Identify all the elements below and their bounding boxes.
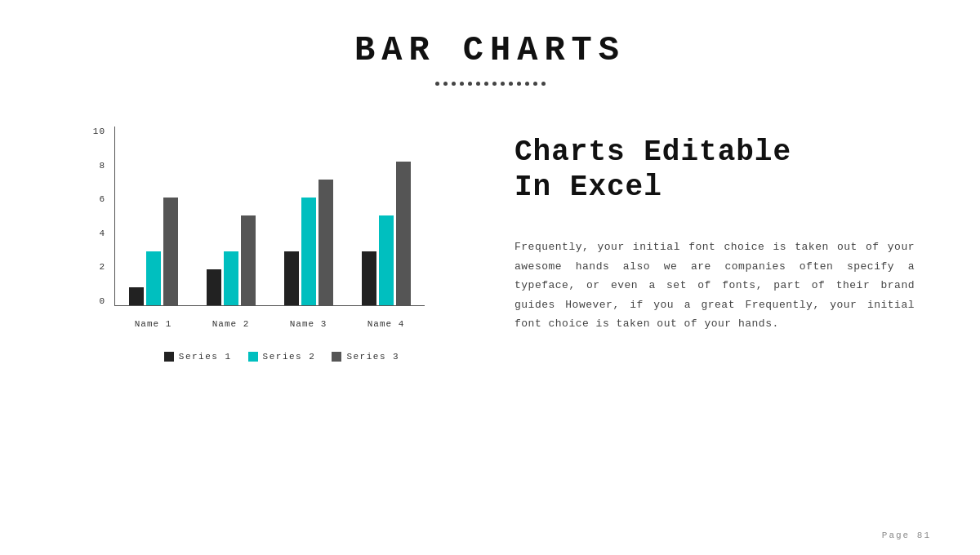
bar-series1 <box>284 251 299 305</box>
bar-series2 <box>379 215 394 305</box>
bar-series3 <box>163 198 178 305</box>
x-labels: Name 1Name 2Name 3Name 4 <box>114 310 425 339</box>
decorative-dot <box>435 82 439 86</box>
bar-series2 <box>146 251 161 305</box>
bar-series3 <box>318 180 333 305</box>
bar-group <box>193 215 270 305</box>
legend-label: Series 1 <box>179 352 232 362</box>
page-footer: Page 81 <box>882 531 931 540</box>
legend-item: Series 2 <box>248 352 316 362</box>
decorative-dot <box>509 82 513 86</box>
text-section: Charts Editable In Excel Frequently, you… <box>514 127 915 362</box>
bar-series3 <box>396 162 411 305</box>
legend-item: Series 1 <box>164 352 232 362</box>
chart-container: 1086420 Name 1Name 2Name 3Name 4 <box>82 127 425 339</box>
legend-item: Series 3 <box>332 352 399 362</box>
bar-series3 <box>241 215 256 305</box>
decorative-dot <box>484 82 488 86</box>
decorative-dot <box>525 82 529 86</box>
bar-series1 <box>129 287 144 305</box>
chart-section: 1086420 Name 1Name 2Name 3Name 4 Series … <box>65 127 466 362</box>
decorative-dot <box>517 82 521 86</box>
section-title: Charts Editable In Excel <box>514 135 915 205</box>
y-axis-label: 2 <box>99 262 105 272</box>
page-title: BAR CHARTS <box>0 31 980 70</box>
x-axis-label: Name 4 <box>347 310 425 339</box>
page-number: Page 81 <box>882 531 931 540</box>
legend-label: Series 2 <box>263 352 316 362</box>
x-axis-label: Name 3 <box>270 310 347 339</box>
x-axis-label: Name 1 <box>114 310 192 339</box>
y-axis-label: 8 <box>99 161 105 171</box>
decorative-dot <box>541 82 546 86</box>
decorative-dot <box>468 82 472 86</box>
bar-series2 <box>301 198 316 305</box>
decorative-dot <box>533 82 537 86</box>
x-axis-label: Name 2 <box>192 310 270 339</box>
main-content: 1086420 Name 1Name 2Name 3Name 4 Series … <box>0 127 980 362</box>
section-title-line2: In Excel <box>514 171 662 204</box>
legend-color-box <box>332 352 341 362</box>
bar-group <box>270 180 348 305</box>
decorative-dot <box>492 82 497 86</box>
bar-series1 <box>362 251 376 305</box>
legend-color-box <box>248 352 258 362</box>
chart-area <box>114 127 425 306</box>
section-title-line1: Charts Editable <box>514 135 791 169</box>
decorative-dot <box>501 82 505 86</box>
bar-group <box>115 198 193 305</box>
y-axis-label: 0 <box>99 296 105 306</box>
y-axis-label: 10 <box>93 127 105 136</box>
decorative-dot <box>460 82 464 86</box>
legend-color-box <box>164 352 174 362</box>
bar-series1 <box>207 269 221 305</box>
decorative-dot <box>452 82 456 86</box>
legend-label: Series 3 <box>346 352 399 362</box>
y-axis-label: 4 <box>99 229 105 238</box>
decorative-dot <box>443 82 448 86</box>
section-body: Frequently, your initial font choice is … <box>514 238 915 333</box>
y-axis: 1086420 <box>82 127 110 306</box>
page-header: BAR CHARTS <box>0 0 980 86</box>
decorative-dots <box>0 82 980 86</box>
chart-legend: Series 1Series 2Series 3 <box>98 352 466 362</box>
y-axis-label: 6 <box>99 194 105 204</box>
bar-group <box>347 162 425 305</box>
decorative-dot <box>476 82 480 86</box>
bar-series2 <box>224 251 238 305</box>
